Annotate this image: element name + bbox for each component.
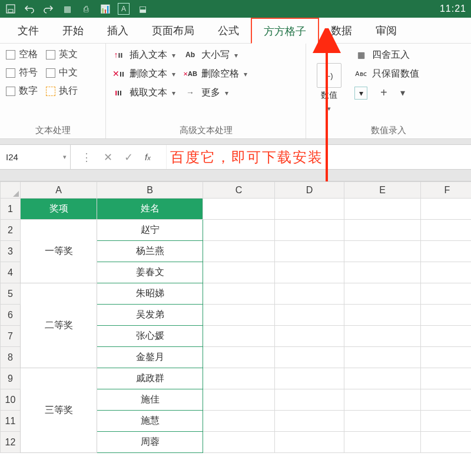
row-header[interactable]: 12 (1, 432, 21, 453)
number-dropdown[interactable]: (-) 数值 (312, 48, 346, 124)
more-icon[interactable]: ▾ (400, 87, 405, 98)
spreadsheet-grid[interactable]: A B C D E F 1奖项姓名2一等奖赵宁3杨兰燕4姜春文5二等奖朱昭娣6吴… (0, 181, 471, 453)
tab-review[interactable]: 审阅 (364, 18, 409, 43)
cell[interactable] (275, 389, 344, 411)
round-button[interactable]: ▦ 四舍五入 (354, 48, 419, 61)
cell[interactable] (203, 262, 275, 283)
cell[interactable] (421, 262, 472, 283)
qat-generic-icon[interactable]: ▦ (61, 3, 73, 15)
tab-data[interactable]: 数据 (319, 18, 364, 43)
cell[interactable] (344, 199, 421, 220)
fx-icon[interactable]: fx (145, 152, 155, 162)
cell[interactable] (421, 368, 472, 389)
row-header[interactable]: 4 (1, 262, 21, 283)
name-box[interactable]: I24 (0, 145, 71, 169)
cell[interactable] (421, 283, 472, 305)
cell[interactable] (344, 262, 421, 283)
cell[interactable] (344, 347, 421, 368)
cell[interactable]: 姜春文 (97, 262, 203, 283)
cell[interactable] (203, 220, 275, 241)
col-header[interactable]: E (344, 182, 421, 199)
cell[interactable]: 二等奖 (21, 283, 97, 368)
ribbon-button[interactable]: ✕AB删除空格 (184, 67, 247, 80)
cell[interactable] (275, 305, 344, 326)
checkbox-空格[interactable]: 空格 (6, 48, 38, 61)
cell[interactable]: 施慧 (97, 411, 203, 432)
qat-chart-icon[interactable]: 📊 (99, 3, 111, 15)
cell[interactable] (275, 241, 344, 262)
qat-text-icon[interactable]: A (118, 3, 130, 15)
ribbon-button[interactable]: ✕ıı删除文本 (112, 67, 175, 80)
cell[interactable] (344, 220, 421, 241)
cell[interactable] (203, 283, 275, 305)
cell[interactable]: 杨兰燕 (97, 241, 203, 262)
cell[interactable] (203, 411, 275, 432)
tab-formulas[interactable]: 公式 (206, 18, 251, 43)
row-header[interactable]: 11 (1, 411, 21, 432)
cell[interactable] (344, 283, 421, 305)
cell[interactable] (203, 432, 275, 453)
checkbox-符号[interactable]: 符号 (6, 67, 38, 79)
qat-generic-icon[interactable]: ⬓ (137, 3, 148, 15)
select-all-corner[interactable] (1, 182, 21, 199)
cell[interactable]: 戚政群 (97, 368, 203, 389)
checkbox-数字[interactable]: 数字 (6, 85, 38, 97)
cell[interactable] (344, 411, 421, 432)
plus-icon[interactable]: + (380, 86, 387, 100)
cell[interactable] (344, 326, 421, 347)
cell[interactable] (203, 326, 275, 347)
cell[interactable]: 金鏊月 (97, 347, 203, 368)
cell[interactable]: 姓名 (97, 199, 203, 220)
cancel-icon[interactable]: ✕ (104, 151, 112, 164)
cell[interactable] (421, 389, 472, 411)
cell[interactable] (421, 326, 472, 347)
cell[interactable] (344, 305, 421, 326)
checkbox-中文[interactable]: 中文 (46, 67, 78, 79)
ribbon-button[interactable]: Ab大小写 (184, 48, 247, 61)
cell[interactable]: 赵宁 (97, 220, 203, 241)
cell[interactable]: 朱昭娣 (97, 283, 203, 305)
tab-insert[interactable]: 插入 (95, 18, 140, 43)
cell[interactable] (275, 199, 344, 220)
confirm-icon[interactable]: ✓ (124, 151, 133, 164)
cell[interactable] (421, 305, 472, 326)
row-header[interactable]: 5 (1, 283, 21, 305)
cell[interactable]: 一等奖 (21, 220, 97, 283)
tab-ffgz[interactable]: 方方格子 (251, 18, 319, 44)
cell[interactable] (421, 220, 472, 241)
tab-layout[interactable]: 页面布局 (140, 18, 206, 43)
cell[interactable] (203, 305, 275, 326)
cell[interactable] (275, 347, 344, 368)
tab-home[interactable]: 开始 (51, 18, 95, 43)
col-header[interactable]: F (421, 182, 472, 199)
qat-save-icon[interactable] (5, 3, 16, 15)
checkbox-执行[interactable]: 执行 (46, 85, 78, 97)
row-header[interactable]: 10 (1, 389, 21, 411)
cell[interactable] (275, 326, 344, 347)
cell[interactable] (421, 347, 472, 368)
cell[interactable]: 奖项 (21, 199, 97, 220)
cell[interactable] (203, 389, 275, 411)
ribbon-button[interactable]: ııı截取文本 (112, 86, 175, 99)
cell[interactable] (344, 368, 421, 389)
cell[interactable]: 施佳 (97, 389, 203, 411)
cell[interactable] (344, 389, 421, 411)
checkbox-英文[interactable]: 英文 (46, 48, 78, 61)
cell[interactable]: 三等奖 (21, 368, 97, 453)
cell[interactable] (421, 199, 472, 220)
row-header[interactable]: 9 (1, 368, 21, 389)
cell[interactable] (275, 368, 344, 389)
cell[interactable] (421, 411, 472, 432)
col-header[interactable]: B (97, 182, 203, 199)
cell[interactable] (344, 432, 421, 453)
cell[interactable] (275, 432, 344, 453)
row-header[interactable]: 2 (1, 220, 21, 241)
row-header[interactable]: 8 (1, 347, 21, 368)
grid-icon[interactable]: ▾ (354, 87, 367, 100)
col-header[interactable]: C (203, 182, 275, 199)
row-header[interactable]: 7 (1, 326, 21, 347)
row-header[interactable]: 3 (1, 241, 21, 262)
ribbon-button[interactable]: →更多 (184, 86, 247, 99)
cell[interactable] (344, 241, 421, 262)
cell[interactable] (421, 432, 472, 453)
